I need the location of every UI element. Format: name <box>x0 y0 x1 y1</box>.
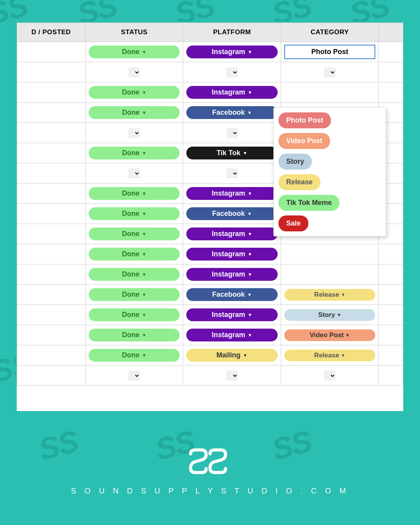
cell-category[interactable]: Release ▼ <box>281 345 378 366</box>
table-row: Done ▼ Instagram ▼ Story ▼ <box>17 305 403 325</box>
status-done-button[interactable]: Done ▼ <box>89 106 180 119</box>
dropdown-item-release[interactable]: Release <box>278 174 320 190</box>
cell-platform[interactable]: Facebook ▼ <box>183 285 281 305</box>
cell-category <box>281 82 378 103</box>
cell-platform[interactable]: Instagram ▼ <box>183 244 281 264</box>
cell-platform[interactable]: Facebook ▼ <box>183 103 281 123</box>
status-done-button[interactable]: Done ▼ <box>89 288 180 301</box>
platform-label: Facebook <box>212 210 245 218</box>
status-done-label: Done <box>122 189 140 198</box>
cell-status[interactable]: Done ▼ <box>85 224 183 244</box>
platform-dropdown[interactable]: ▼ <box>226 128 238 138</box>
cell-status[interactable]: Done ▼ <box>85 345 183 366</box>
cell-platform[interactable]: Tik Tok ▼ <box>183 143 281 163</box>
status-done-label: Done <box>122 270 140 278</box>
category-dropdown[interactable]: ▼ <box>324 371 336 381</box>
platform-mailing-button[interactable]: Mailing ▼ <box>186 349 277 362</box>
cell-status[interactable]: Done ▼ <box>85 184 183 204</box>
cell-category[interactable]: Story ▼ <box>281 305 378 325</box>
category-videopost-button[interactable]: Video Post ▼ <box>284 329 375 341</box>
cell-status[interactable]: Done ▼ <box>85 285 183 305</box>
platform-instagram-button[interactable]: Instagram ▼ <box>186 308 277 321</box>
status-done-button[interactable]: Done ▼ <box>89 329 180 341</box>
cell-platform[interactable]: Instagram ▼ <box>183 264 281 285</box>
table-row: ▼ ▼ ▼ <box>17 62 403 82</box>
dropdown-item-tiktok-meme[interactable]: Tik Tok Meme <box>278 195 340 211</box>
status-done-button[interactable]: Done ▼ <box>89 248 180 261</box>
cell-status[interactable]: Done ▼ <box>85 204 183 224</box>
dropdown-item-label: Photo Post <box>286 116 323 124</box>
category-story-button[interactable]: Story ▼ <box>284 309 375 321</box>
status-done-button[interactable]: Done ▼ <box>89 46 180 58</box>
cell-status[interactable]: ▼ <box>85 163 183 184</box>
status-done-label: Done <box>122 250 140 258</box>
platform-facebook-button[interactable]: Facebook ▼ <box>186 288 277 301</box>
cell-platform[interactable]: Instagram ▼ <box>183 42 281 62</box>
cell-status[interactable]: Done ▼ <box>85 244 183 264</box>
cell-platform[interactable]: Facebook ▼ <box>183 204 281 224</box>
cell-category[interactable]: Release ▼ <box>281 285 378 305</box>
status-done-button[interactable]: Done ▼ <box>89 228 180 240</box>
category-dropdown[interactable]: ▼ <box>324 67 336 77</box>
platform-label: Instagram <box>212 189 245 198</box>
cell-category[interactable]: Video Post ▼ <box>281 325 378 345</box>
platform-dropdown[interactable]: ▼ <box>226 67 238 77</box>
cell-status[interactable]: Done ▼ <box>85 305 183 325</box>
cell-extra <box>379 82 403 103</box>
status-dropdown[interactable]: ▼ <box>128 371 140 381</box>
cell-status[interactable]: Done ▼ <box>85 103 183 123</box>
cell-status[interactable]: Done ▼ <box>85 82 183 103</box>
cell-extra <box>379 244 403 264</box>
cell-platform[interactable]: Instagram ▼ <box>183 305 281 325</box>
cell-platform[interactable]: Mailing ▼ <box>183 345 281 366</box>
status-done-button[interactable]: Done ▼ <box>89 268 180 281</box>
cell-status[interactable]: Done ▼ <box>85 264 183 285</box>
status-dropdown[interactable]: ▼ <box>128 168 140 178</box>
platform-instagram-button[interactable]: Instagram ▼ <box>186 46 277 58</box>
platform-dropdown[interactable]: ▼ <box>226 371 238 381</box>
dropdown-item-video-post[interactable]: Video Post <box>278 133 330 149</box>
category-release-button[interactable]: Release ▼ <box>284 289 375 301</box>
status-dropdown[interactable]: ▼ <box>128 128 140 138</box>
cell-platform[interactable]: ▼ <box>183 123 281 143</box>
cell-category[interactable]: ▼ <box>281 366 378 386</box>
platform-instagram-button[interactable]: Instagram ▼ <box>186 228 277 240</box>
cell-status[interactable]: ▼ <box>85 123 183 143</box>
category-release-button[interactable]: Release ▼ <box>284 350 375 361</box>
platform-instagram-button[interactable]: Instagram ▼ <box>186 268 277 281</box>
cell-platform[interactable]: Instagram ▼ <box>183 325 281 345</box>
cell-category[interactable] <box>281 42 378 62</box>
platform-instagram-button[interactable]: Instagram ▼ <box>186 187 277 200</box>
platform-dropdown[interactable]: ▼ <box>226 168 238 178</box>
status-done-button[interactable]: Done ▼ <box>89 187 180 200</box>
cell-platform[interactable]: Instagram ▼ <box>183 82 281 103</box>
cell-platform[interactable]: ▼ <box>183 366 281 386</box>
category-input[interactable] <box>284 45 375 59</box>
dropdown-item-story[interactable]: Story <box>278 154 312 170</box>
status-dropdown[interactable]: ▼ <box>128 67 140 77</box>
cell-status[interactable]: ▼ <box>85 62 183 82</box>
status-done-button[interactable]: Done ▼ <box>89 86 180 99</box>
platform-facebook-button[interactable]: Facebook ▼ <box>186 207 277 220</box>
platform-instagram-button[interactable]: Instagram ▼ <box>186 248 277 261</box>
cell-status[interactable]: Done ▼ <box>85 42 183 62</box>
cell-platform[interactable]: Instagram ▼ <box>183 184 281 204</box>
dropdown-item-sale[interactable]: Sale <box>278 215 308 231</box>
platform-instagram-button[interactable]: Instagram ▼ <box>186 86 277 99</box>
status-done-button[interactable]: Done ▼ <box>89 308 180 321</box>
cell-status[interactable]: ▼ <box>85 366 183 386</box>
cell-category[interactable]: ▼ <box>281 62 378 82</box>
cell-platform[interactable]: ▼ <box>183 62 281 82</box>
cell-status[interactable]: Done ▼ <box>85 325 183 345</box>
platform-facebook-button[interactable]: Facebook ▼ <box>186 106 277 119</box>
cell-platform[interactable]: Instagram ▼ <box>183 224 281 244</box>
cell-status[interactable]: Done ▼ <box>85 143 183 163</box>
status-done-button[interactable]: Done ▼ <box>89 147 180 159</box>
cell-platform[interactable]: ▼ <box>183 163 281 184</box>
status-done-button[interactable]: Done ▼ <box>89 349 180 362</box>
cell-date <box>17 305 86 325</box>
dropdown-item-photo-post[interactable]: Photo Post <box>278 112 331 128</box>
status-done-button[interactable]: Done ▼ <box>89 207 180 220</box>
platform-tiktok-button[interactable]: Tik Tok ▼ <box>186 147 277 159</box>
platform-instagram-button[interactable]: Instagram ▼ <box>186 329 277 341</box>
